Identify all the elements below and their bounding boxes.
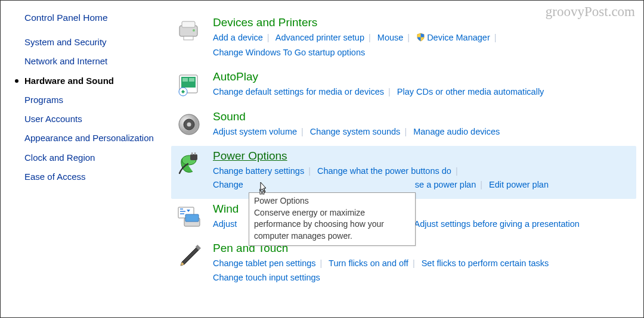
power-options-title[interactable]: Power Options (213, 149, 287, 163)
sidebar-item-system-security[interactable]: System and Security (24, 36, 159, 48)
adjust-presentation-link[interactable]: Adjust settings before giving a presenta… (414, 219, 580, 229)
tooltip: Power Options Conserve energy or maximiz… (249, 192, 416, 246)
sidebar-item-clock-region[interactable]: Clock and Region (24, 152, 159, 164)
choose-power-plan-link-partial[interactable]: se a power plan (415, 180, 476, 189)
tooltip-text: Conserve energy or maximize performance … (254, 207, 410, 242)
sidebar-item-appearance-personalization[interactable]: Appearance and Personalization (24, 132, 159, 144)
category-power-options: Power Options Change battery settings| C… (171, 146, 636, 199)
svg-rect-18 (185, 214, 199, 222)
category-sound: Sound Adjust system volume| Change syste… (171, 107, 636, 146)
svg-rect-14 (191, 152, 193, 155)
edit-power-plan-link[interactable]: Edit power plan (489, 180, 549, 189)
svg-rect-6 (182, 78, 188, 82)
device-manager-link[interactable]: Device Manager (427, 33, 490, 42)
play-cds-link[interactable]: Play CDs or other media automatically (397, 87, 544, 96)
control-panel-home-link[interactable]: Control Panel Home (24, 13, 159, 23)
svg-rect-15 (194, 152, 196, 155)
shield-icon (416, 32, 425, 46)
power-line2-partial-left[interactable]: Change (213, 180, 243, 189)
mobility-center-icon (176, 204, 202, 230)
change-touch-input-link[interactable]: Change touch input settings (213, 273, 320, 282)
change-default-media-link[interactable]: Change default settings for media or dev… (213, 87, 384, 96)
svg-rect-21 (263, 191, 264, 194)
sidebar-item-ease-of-access[interactable]: Ease of Access (24, 171, 159, 183)
devices-printers-title[interactable]: Devices and Printers (213, 16, 317, 29)
windows-to-go-link[interactable]: Change Windows To Go startup options (213, 48, 365, 57)
autoplay-title[interactable]: AutoPlay (213, 70, 258, 83)
set-flicks-tasks-link[interactable]: Set flicks to perform certain tasks (422, 258, 549, 268)
sidebar-item-hardware-sound[interactable]: Hardware and Sound (24, 75, 159, 87)
sidebar-item-user-accounts[interactable]: User Accounts (24, 113, 159, 125)
power-options-icon (176, 151, 202, 177)
autoplay-icon (176, 71, 202, 98)
svg-rect-13 (190, 154, 197, 160)
svg-rect-2 (184, 36, 193, 40)
main-content: Devices and Printers Add a device| Advan… (171, 13, 636, 317)
category-pen-and-touch: Pen and Touch Change tablet pen settings… (171, 238, 636, 291)
sidebar-item-network-internet[interactable]: Network and Internet (24, 55, 159, 67)
change-system-sounds-link[interactable]: Change system sounds (310, 127, 401, 136)
manage-audio-devices-link[interactable]: Manage audio devices (413, 127, 500, 136)
category-autoplay: AutoPlay Change default settings for med… (171, 67, 636, 106)
devices-printers-icon (176, 17, 202, 43)
tooltip-title: Power Options (254, 195, 410, 207)
mobility-center-title-partial[interactable]: Wind (213, 202, 239, 216)
svg-rect-20 (260, 191, 261, 194)
pen-and-touch-icon (176, 243, 202, 269)
change-battery-settings-link[interactable]: Change battery settings (213, 166, 304, 176)
turn-flicks-link[interactable]: Turn flicks on and off (329, 258, 408, 268)
advanced-printer-setup-link[interactable]: Advanced printer setup (275, 33, 364, 42)
sidebar-item-programs[interactable]: Programs (24, 94, 159, 106)
mouse-link[interactable]: Mouse (377, 33, 404, 42)
svg-rect-7 (189, 78, 194, 82)
sound-title[interactable]: Sound (213, 110, 246, 123)
change-tablet-pen-link[interactable]: Change tablet pen settings (213, 258, 316, 268)
category-devices-printers: Devices and Printers Add a device| Advan… (171, 13, 636, 67)
svg-point-11 (187, 122, 191, 126)
svg-point-3 (193, 29, 195, 32)
mouse-cursor-icon (257, 182, 269, 198)
adjust-volume-link[interactable]: Adjust system volume (213, 127, 297, 136)
sidebar: Control Panel Home System and Security N… (11, 13, 171, 317)
change-power-buttons-link[interactable]: Change what the power buttons do (317, 166, 451, 176)
svg-rect-1 (182, 21, 195, 27)
mobility-adjust-partial[interactable]: Adjust (213, 219, 237, 229)
sound-icon (176, 111, 202, 138)
add-device-link[interactable]: Add a device (213, 33, 263, 42)
